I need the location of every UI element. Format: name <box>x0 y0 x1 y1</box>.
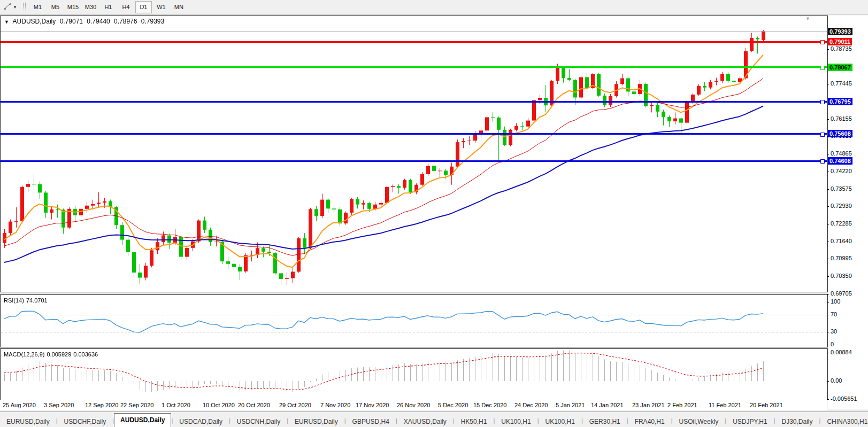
symbol-tab-bar: EURUSD,Daily|USDCHF,Daily|AUDUSD,Daily|U… <box>0 412 868 427</box>
price-tick-label: 0.71640 <box>831 238 852 244</box>
chart-canvas[interactable] <box>0 0 868 427</box>
price-tick <box>827 119 829 120</box>
date-label: 2 Feb 2021 <box>667 402 697 408</box>
date-label: 24 Dec 2020 <box>514 402 548 408</box>
price-tick <box>827 49 829 50</box>
rsi-axis-label: 30 <box>831 328 837 335</box>
date-label: 29 Oct 2020 <box>279 402 311 408</box>
price-badge: 0.75608 <box>828 130 852 137</box>
price-tick-label: 0.73575 <box>831 185 852 192</box>
open-value: 0.79071 <box>60 18 83 25</box>
date-label: 20 Oct 2020 <box>238 402 270 408</box>
close-value: 0.79393 <box>141 18 164 25</box>
price-tick <box>827 172 829 172</box>
price-tick-label: 0.76155 <box>831 115 852 122</box>
price-tick <box>827 206 829 207</box>
price-tick <box>827 276 829 277</box>
rsi-axis-tick <box>827 332 829 332</box>
price-tick-label: 0.78735 <box>831 45 852 52</box>
high-value: 0.79440 <box>87 18 110 25</box>
tab-hk50-h1[interactable]: HK50,H1 <box>455 415 494 427</box>
date-label: 3 Sep 2020 <box>44 402 74 408</box>
tab-uk100-h1[interactable]: UK100,H1 <box>495 415 537 427</box>
tab-ger30-h1[interactable]: GER30,H1 <box>583 415 627 427</box>
date-label: 23 Jan 2021 <box>632 402 665 408</box>
date-label: 25 Aug 2020 <box>3 402 36 408</box>
support-line-green-handle[interactable] <box>820 66 825 70</box>
macd-axis-tick <box>827 381 829 382</box>
date-label: 17 Nov 2020 <box>356 402 389 408</box>
support-line-blue-1[interactable] <box>1 101 827 103</box>
macd-label: MACD(12,26,9)0.0059290.003636 <box>4 351 100 358</box>
date-label: 11 Feb 2021 <box>709 402 741 408</box>
date-label: 20 Feb 2021 <box>750 402 783 408</box>
tab-xauusd-daily[interactable]: XAUUSD,Daily <box>397 415 453 427</box>
rsi-axis-tick <box>827 315 829 315</box>
price-tick <box>827 294 829 294</box>
date-label: 10 Oct 2020 <box>203 402 235 408</box>
macd-axis-label: 0.00884 <box>831 349 852 355</box>
rsi-axis-label: 0 <box>831 341 834 347</box>
price-badge: 0.74608 <box>828 157 852 165</box>
date-label: 5 Dec 2020 <box>438 402 468 408</box>
price-badge: 0.79011 <box>828 38 852 45</box>
symbol-label: AUDUSD,Daily <box>13 18 56 25</box>
support-line-blue-1-handle[interactable] <box>820 100 825 104</box>
price-tick-label: 0.72285 <box>831 220 852 227</box>
rsi-axis-tick <box>827 345 829 345</box>
price-badge: 0.76795 <box>828 98 852 105</box>
price-axis[interactable]: 0.787350.774450.761550.755100.748650.742… <box>828 15 868 409</box>
tab-usdchf-daily[interactable]: USDCHF,Daily <box>58 415 113 427</box>
rsi-name: RSI(14) <box>4 297 24 304</box>
price-tick-label: 0.72930 <box>831 203 852 209</box>
macd-axis-tick <box>827 353 829 353</box>
low-value: 0.78976 <box>114 18 137 25</box>
tab-gbpusd-h4[interactable]: GBPUSD,H4 <box>346 415 396 427</box>
tab-china300-h1[interactable]: CHINA300,H1 <box>820 415 868 427</box>
tab-usdcad-daily[interactable]: USDCAD,Daily <box>173 415 229 427</box>
chart-shift-marker-icon[interactable]: ▼ <box>805 16 810 21</box>
rsi-value: 74.0701 <box>26 297 48 304</box>
price-tick <box>827 242 829 242</box>
tab-audusd-daily[interactable]: AUDUSD,Daily <box>114 413 171 427</box>
tab-usoil-weekly[interactable]: USOil,Weekly <box>673 415 725 427</box>
macd-main-value: 0.005929 <box>47 351 71 358</box>
price-tick <box>827 84 829 84</box>
price-tick-label: 0.70995 <box>831 255 852 261</box>
macd-name: MACD(12,26,9) <box>4 351 44 358</box>
date-label: 22 Sep 2020 <box>120 402 153 408</box>
date-axis[interactable]: 25 Aug 20203 Sep 202012 Sep 202022 Sep 2… <box>0 400 827 410</box>
date-label: 15 Dec 2020 <box>473 402 506 408</box>
date-label: 1 Oct 2020 <box>162 402 190 408</box>
current-price-line[interactable] <box>1 31 827 32</box>
date-label: 26 Nov 2020 <box>397 402 430 408</box>
date-label: 5 Jan 2021 <box>556 402 585 408</box>
price-tick <box>827 154 829 154</box>
chart-title: ▼ AUDUSD,Daily 0.79071 0.79440 0.78976 0… <box>4 18 166 25</box>
tab-usdjpy-h1[interactable]: USDJPY,H1 <box>726 415 773 427</box>
rsi-axis-label: 70 <box>831 311 837 317</box>
tab-dj30-daily[interactable]: DJ30,Daily <box>775 415 819 427</box>
support-line-green[interactable] <box>1 66 827 68</box>
price-tick-label: 0.74865 <box>831 150 852 157</box>
resistance-line-handle[interactable] <box>820 40 825 44</box>
price-tick <box>827 259 829 259</box>
macd-signal-value: 0.003636 <box>73 351 98 358</box>
tab-eurusd-daily[interactable]: EURUSD,Daily <box>0 415 56 427</box>
date-label: 14 Jan 2021 <box>591 402 624 408</box>
price-tick-label: 0.70350 <box>831 273 852 279</box>
support-line-blue-2-handle[interactable] <box>820 133 825 137</box>
tab-eurusd-daily[interactable]: EURUSD,Daily <box>288 415 344 427</box>
resistance-line[interactable] <box>1 41 827 43</box>
tab-usdcnh-daily[interactable]: USDCNH,Daily <box>231 415 287 427</box>
collapse-icon[interactable]: ▼ <box>4 19 9 25</box>
support-line-blue-3[interactable] <box>1 160 827 162</box>
tab-fra40-h1[interactable]: FRA40,H1 <box>628 415 671 427</box>
tab-uk100-h1[interactable]: UK100,H1 <box>539 415 581 427</box>
macd-axis-tick <box>827 399 829 400</box>
support-line-blue-3-handle[interactable] <box>820 159 825 164</box>
macd-axis-label: -0.005651 <box>831 395 857 402</box>
support-line-blue-2[interactable] <box>1 133 827 135</box>
price-badge: 0.78067 <box>828 64 852 71</box>
price-tick-label: 0.69705 <box>831 290 852 297</box>
